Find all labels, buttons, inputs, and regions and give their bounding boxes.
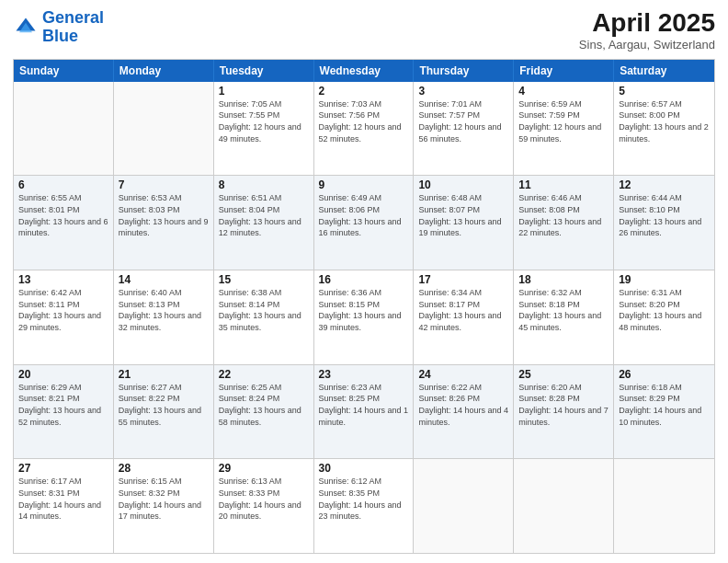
day-number: 10 [418, 178, 508, 191]
day-info: Sunrise: 6:15 AMSunset: 8:32 PMDaylight:… [119, 476, 209, 522]
day-number: 19 [619, 273, 710, 286]
calendar-cell: 25Sunrise: 6:20 AMSunset: 8:28 PMDayligh… [514, 365, 614, 459]
calendar-cell: 17Sunrise: 6:34 AMSunset: 8:17 PMDayligh… [414, 270, 514, 364]
day-number: 11 [518, 178, 609, 191]
day-info: Sunrise: 6:18 AMSunset: 8:29 PMDaylight:… [619, 382, 710, 428]
calendar-cell: 30Sunrise: 6:12 AMSunset: 8:35 PMDayligh… [314, 459, 415, 553]
calendar-cell: 22Sunrise: 6:25 AMSunset: 8:24 PMDayligh… [214, 365, 314, 459]
calendar-body: 1Sunrise: 7:05 AMSunset: 7:55 PMDaylight… [14, 82, 714, 553]
calendar-cell [14, 82, 114, 176]
day-info: Sunrise: 6:55 AMSunset: 8:01 PMDaylight:… [18, 192, 108, 238]
day-number: 8 [219, 178, 309, 191]
day-number: 26 [619, 368, 710, 381]
day-number: 23 [319, 368, 409, 381]
calendar-cell [414, 459, 514, 553]
page-title: April 2025 [579, 9, 715, 38]
logo-icon [13, 15, 39, 40]
day-number: 22 [219, 368, 309, 381]
calendar-header: SundayMondayTuesdayWednesdayThursdayFrid… [14, 60, 714, 82]
calendar-cell: 26Sunrise: 6:18 AMSunset: 8:29 PMDayligh… [614, 365, 714, 459]
day-info: Sunrise: 7:01 AMSunset: 7:57 PMDaylight:… [418, 98, 508, 144]
day-info: Sunrise: 6:23 AMSunset: 8:25 PMDaylight:… [319, 382, 409, 428]
day-number: 25 [518, 368, 609, 381]
day-info: Sunrise: 6:25 AMSunset: 8:24 PMDaylight:… [219, 382, 309, 428]
day-info: Sunrise: 6:53 AMSunset: 8:03 PMDaylight:… [119, 192, 209, 238]
page-subtitle: Sins, Aargau, Switzerland [579, 38, 715, 52]
calendar-cell: 12Sunrise: 6:44 AMSunset: 8:10 PMDayligh… [614, 176, 714, 270]
day-info: Sunrise: 6:46 AMSunset: 8:08 PMDaylight:… [518, 192, 609, 238]
day-number: 4 [518, 85, 609, 98]
day-info: Sunrise: 7:05 AMSunset: 7:55 PMDaylight:… [219, 98, 309, 144]
day-info: Sunrise: 6:31 AMSunset: 8:20 PMDaylight:… [619, 287, 710, 333]
day-info: Sunrise: 6:17 AMSunset: 8:31 PMDaylight:… [18, 476, 108, 522]
calendar-cell: 18Sunrise: 6:32 AMSunset: 8:18 PMDayligh… [514, 270, 614, 364]
page: General Blue April 2025 Sins, Aargau, Sw… [0, 0, 728, 563]
calendar-header-cell: Sunday [14, 60, 114, 82]
day-info: Sunrise: 6:32 AMSunset: 8:18 PMDaylight:… [518, 287, 609, 333]
calendar-cell: 3Sunrise: 7:01 AMSunset: 7:57 PMDaylight… [414, 82, 514, 176]
calendar-header-cell: Saturday [614, 60, 714, 82]
day-number: 17 [418, 273, 508, 286]
calendar-cell: 13Sunrise: 6:42 AMSunset: 8:11 PMDayligh… [14, 270, 114, 364]
day-number: 15 [219, 273, 309, 286]
calendar-cell: 5Sunrise: 6:57 AMSunset: 8:00 PMDaylight… [614, 82, 714, 176]
day-info: Sunrise: 6:51 AMSunset: 8:04 PMDaylight:… [219, 192, 309, 238]
day-info: Sunrise: 6:38 AMSunset: 8:14 PMDaylight:… [219, 287, 309, 333]
day-number: 5 [619, 85, 710, 98]
calendar: SundayMondayTuesdayWednesdayThursdayFrid… [13, 59, 715, 554]
day-info: Sunrise: 6:49 AMSunset: 8:06 PMDaylight:… [319, 192, 409, 238]
day-number: 2 [319, 85, 409, 98]
day-number: 28 [119, 462, 209, 475]
day-number: 16 [319, 273, 409, 286]
calendar-cell: 19Sunrise: 6:31 AMSunset: 8:20 PMDayligh… [614, 270, 714, 364]
calendar-cell: 29Sunrise: 6:13 AMSunset: 8:33 PMDayligh… [214, 459, 314, 553]
day-info: Sunrise: 6:44 AMSunset: 8:10 PMDaylight:… [619, 192, 710, 238]
calendar-cell: 11Sunrise: 6:46 AMSunset: 8:08 PMDayligh… [514, 176, 614, 270]
day-info: Sunrise: 6:48 AMSunset: 8:07 PMDaylight:… [418, 192, 508, 238]
day-info: Sunrise: 6:13 AMSunset: 8:33 PMDaylight:… [219, 476, 309, 522]
calendar-header-cell: Tuesday [214, 60, 314, 82]
day-info: Sunrise: 6:42 AMSunset: 8:11 PMDaylight:… [18, 287, 108, 333]
day-info: Sunrise: 6:12 AMSunset: 8:35 PMDaylight:… [319, 476, 409, 522]
calendar-header-cell: Wednesday [314, 60, 415, 82]
day-number: 27 [18, 462, 108, 475]
day-info: Sunrise: 6:59 AMSunset: 7:59 PMDaylight:… [518, 98, 609, 144]
calendar-cell: 23Sunrise: 6:23 AMSunset: 8:25 PMDayligh… [314, 365, 415, 459]
day-number: 14 [119, 273, 209, 286]
day-info: Sunrise: 7:03 AMSunset: 7:56 PMDaylight:… [319, 98, 409, 144]
calendar-cell: 2Sunrise: 7:03 AMSunset: 7:56 PMDaylight… [314, 82, 415, 176]
day-info: Sunrise: 6:40 AMSunset: 8:13 PMDaylight:… [119, 287, 209, 333]
day-info: Sunrise: 6:22 AMSunset: 8:26 PMDaylight:… [418, 382, 508, 428]
day-number: 9 [319, 178, 409, 191]
calendar-cell [514, 459, 614, 553]
day-number: 24 [418, 368, 508, 381]
calendar-cell: 4Sunrise: 6:59 AMSunset: 7:59 PMDaylight… [514, 82, 614, 176]
day-number: 20 [18, 368, 108, 381]
calendar-week: 6Sunrise: 6:55 AMSunset: 8:01 PMDaylight… [14, 176, 714, 270]
calendar-cell: 15Sunrise: 6:38 AMSunset: 8:14 PMDayligh… [214, 270, 314, 364]
logo-line2: Blue [42, 27, 78, 45]
day-number: 7 [119, 178, 209, 191]
calendar-week: 13Sunrise: 6:42 AMSunset: 8:11 PMDayligh… [14, 270, 714, 365]
calendar-cell: 21Sunrise: 6:27 AMSunset: 8:22 PMDayligh… [114, 365, 214, 459]
day-number: 6 [18, 178, 108, 191]
calendar-header-cell: Monday [114, 60, 214, 82]
day-info: Sunrise: 6:34 AMSunset: 8:17 PMDaylight:… [418, 287, 508, 333]
calendar-cell: 10Sunrise: 6:48 AMSunset: 8:07 PMDayligh… [414, 176, 514, 270]
calendar-cell: 28Sunrise: 6:15 AMSunset: 8:32 PMDayligh… [114, 459, 214, 553]
day-info: Sunrise: 6:57 AMSunset: 8:00 PMDaylight:… [619, 98, 710, 144]
calendar-week: 1Sunrise: 7:05 AMSunset: 7:55 PMDaylight… [14, 82, 714, 177]
day-number: 1 [219, 85, 309, 98]
title-block: April 2025 Sins, Aargau, Switzerland [579, 9, 715, 52]
logo-line1: General [42, 8, 104, 27]
calendar-cell: 9Sunrise: 6:49 AMSunset: 8:06 PMDaylight… [314, 176, 415, 270]
calendar-cell: 24Sunrise: 6:22 AMSunset: 8:26 PMDayligh… [414, 365, 514, 459]
day-number: 12 [619, 178, 710, 191]
calendar-cell: 7Sunrise: 6:53 AMSunset: 8:03 PMDaylight… [114, 176, 214, 270]
day-number: 13 [18, 273, 108, 286]
calendar-cell: 14Sunrise: 6:40 AMSunset: 8:13 PMDayligh… [114, 270, 214, 364]
day-info: Sunrise: 6:27 AMSunset: 8:22 PMDaylight:… [119, 382, 209, 428]
calendar-cell: 8Sunrise: 6:51 AMSunset: 8:04 PMDaylight… [214, 176, 314, 270]
calendar-week: 27Sunrise: 6:17 AMSunset: 8:31 PMDayligh… [14, 459, 714, 553]
header: General Blue April 2025 Sins, Aargau, Sw… [13, 9, 715, 52]
